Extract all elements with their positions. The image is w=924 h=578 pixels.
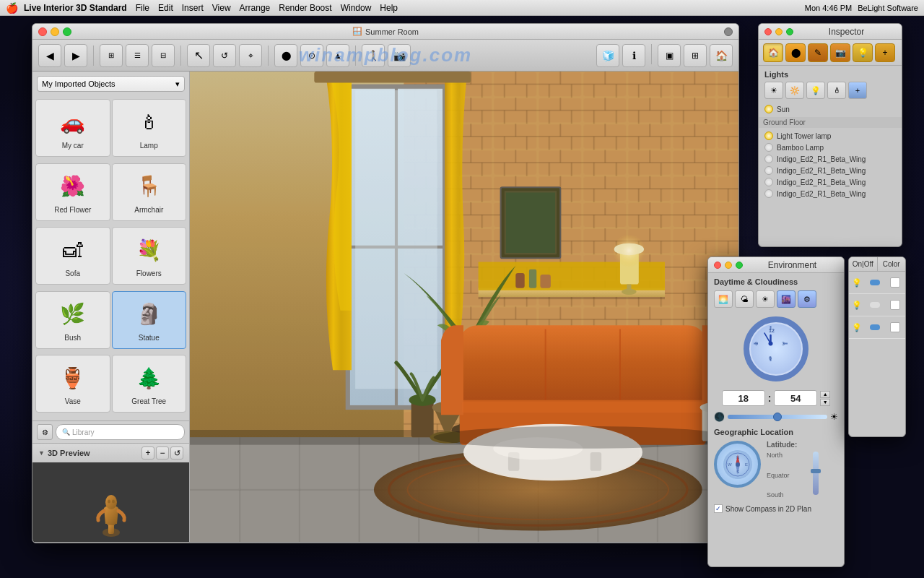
btn-snap[interactable]: ⌖ <box>239 44 262 67</box>
maximize-button[interactable] <box>63 27 71 36</box>
env-maximize[interactable] <box>736 262 743 269</box>
object-red-flower[interactable]: 🌺 Red Flower <box>35 163 110 221</box>
btn-back[interactable]: ◀ <box>38 44 61 67</box>
btn-cone[interactable]: ▲ <box>326 44 349 67</box>
btn-undo[interactable]: ↺ <box>213 44 236 67</box>
btn-pointer[interactable]: ↖ <box>187 44 210 67</box>
inspector-tab-camera[interactable]: 📷 <box>830 43 850 62</box>
color-swatch-1[interactable] <box>890 277 900 288</box>
light-indigo-4[interactable]: Indigo_Ed2_R1_Beta_Wing <box>764 188 896 199</box>
menu-time: Mon 4:46 PM <box>805 4 852 12</box>
inspector-tab-add[interactable]: + <box>875 43 895 62</box>
object-vase[interactable]: 🏺 Vase <box>35 355 110 413</box>
color-swatch-3[interactable] <box>890 322 900 332</box>
inspector-close[interactable] <box>764 28 772 35</box>
btn-window1[interactable]: ▣ <box>658 44 681 67</box>
btn-info[interactable]: ℹ <box>622 44 645 67</box>
sofa-icon: 🛋 <box>55 232 91 268</box>
minute-input[interactable] <box>774 390 817 406</box>
hour-input[interactable] <box>722 390 765 406</box>
time-down[interactable]: ▼ <box>820 399 830 406</box>
light-btn-3[interactable]: 💡 <box>806 82 825 99</box>
light-btn-add[interactable]: + <box>848 82 867 99</box>
latitude-track[interactable] <box>813 452 819 495</box>
latitude-thumb[interactable] <box>811 469 821 473</box>
light-indigo-2[interactable]: Indigo_Ed2_R1_Beta_Wing <box>764 165 896 176</box>
color-swatch-2[interactable] <box>890 300 900 310</box>
library-search[interactable]: 🔍 Library <box>56 424 185 440</box>
object-my-car[interactable]: 🚗 My car <box>35 99 110 157</box>
btn-house[interactable]: 🏠 <box>710 44 733 67</box>
inspector-tab-sphere[interactable]: ⬤ <box>785 43 806 62</box>
minimize-button[interactable] <box>51 27 59 36</box>
apple-menu[interactable]: 🍎 <box>6 2 18 14</box>
btn-window2[interactable]: ⊞ <box>684 44 707 67</box>
window-resize-icon[interactable] <box>724 27 733 36</box>
light-btn-4[interactable]: 🕯 <box>827 82 846 99</box>
time-up[interactable]: ▲ <box>820 391 830 398</box>
lights-title: Lights <box>764 70 896 79</box>
env-btn-dawn[interactable]: 🌅 <box>714 290 733 308</box>
menu-file[interactable]: File <box>136 3 149 13</box>
menu-edit[interactable]: Edit <box>158 3 173 13</box>
env-minimize[interactable] <box>725 262 732 269</box>
object-lamp[interactable]: 🕯 Lamp <box>112 99 187 157</box>
menu-window[interactable]: Window <box>341 3 372 13</box>
light-indigo-1[interactable]: Indigo_Ed2_R1_Beta_Wing <box>764 153 896 165</box>
btn-list[interactable]: ☰ <box>126 44 149 67</box>
toggle-3[interactable] <box>870 324 880 330</box>
light-bamboo-lamp[interactable]: Bamboo Lamp <box>764 142 896 153</box>
btn-person[interactable]: 🚶 <box>362 44 385 67</box>
reset-view-button[interactable]: ↺ <box>170 447 183 460</box>
btn-cube[interactable]: 🧊 <box>596 44 619 67</box>
btn-table[interactable]: ⊟ <box>152 44 175 67</box>
object-armchair[interactable]: 🪑 Armchair <box>112 163 187 221</box>
object-flowers[interactable]: 💐 Flowers <box>112 227 187 285</box>
light-tower-lamp[interactable]: Light Tower lamp <box>764 130 896 142</box>
env-btn-noon[interactable]: ☀ <box>756 290 775 308</box>
object-bush[interactable]: 🌿 Bush <box>35 291 110 349</box>
btn-camera[interactable]: 📷 <box>388 44 411 67</box>
btn-cylinder[interactable]: ⊙ <box>300 44 323 67</box>
toggle-2[interactable] <box>870 302 880 308</box>
env-btn-morning[interactable]: 🌤 <box>735 290 754 308</box>
toggle-1[interactable] <box>870 280 880 285</box>
lamp-icon-3: 💡 <box>852 323 862 332</box>
light-btn-1[interactable]: ☀ <box>764 82 783 99</box>
toolbar-sep-3 <box>268 46 269 66</box>
zoom-in-button[interactable]: + <box>141 447 154 460</box>
preview-toggle[interactable]: ▼ <box>38 449 45 457</box>
btn-grid[interactable]: ⊞ <box>100 44 123 67</box>
env-close[interactable] <box>714 262 721 269</box>
env-btn-afternoon[interactable]: 🌆 <box>777 290 796 308</box>
inspector-minimize[interactable] <box>775 28 783 35</box>
object-statue[interactable]: 🗿 Statue <box>112 291 187 349</box>
zoom-out-button[interactable]: − <box>156 447 169 460</box>
gear-button[interactable]: ⚙ <box>37 424 53 440</box>
menu-help[interactable]: Help <box>380 3 398 13</box>
object-great-tree[interactable]: 🌲 Great Tree <box>112 355 187 413</box>
slider-thumb[interactable] <box>773 413 782 421</box>
svg-text:6: 6 <box>769 355 772 361</box>
menu-insert[interactable]: Insert <box>182 3 204 13</box>
btn-sphere[interactable]: ⬤ <box>274 44 297 67</box>
light-btn-2[interactable]: 🔆 <box>785 82 804 99</box>
menu-render[interactable]: Render Boost <box>279 3 331 13</box>
inspector-tab-pencil[interactable]: ✎ <box>808 43 828 62</box>
inspector-tab-lamp2[interactable]: 💡 <box>853 43 873 62</box>
compass[interactable]: N S W E <box>714 441 761 488</box>
env-btn-settings[interactable]: ⚙ <box>798 290 816 308</box>
inspector-titlebar: Inspector <box>759 24 902 40</box>
light-indigo-3[interactable]: Indigo_Ed2_R1_Beta_Wing <box>764 176 896 188</box>
menu-view[interactable]: View <box>212 3 231 13</box>
close-button[interactable] <box>38 27 47 36</box>
menu-arrange[interactable]: Arrange <box>240 3 271 13</box>
inspector-maximize[interactable] <box>786 28 793 35</box>
inspector-tab-lamp[interactable]: 🏠 <box>763 43 783 62</box>
objects-dropdown[interactable]: My Imported Objects ▾ <box>37 76 185 92</box>
btn-forward[interactable]: ▶ <box>64 44 87 67</box>
light-sun[interactable]: Sun <box>764 103 896 115</box>
object-sofa[interactable]: 🛋 Sofa <box>35 227 110 285</box>
show-compass-checkbox[interactable]: ✓ <box>714 504 723 513</box>
brightness-slider[interactable] <box>728 415 827 419</box>
